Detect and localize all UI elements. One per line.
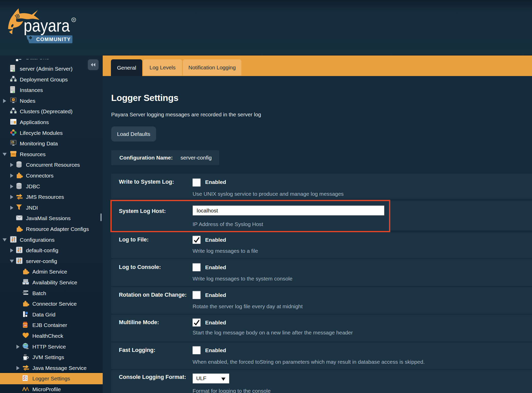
svg-text:JAR: JAR <box>23 324 27 326</box>
svg-text:COMMUNITY: COMMUNITY <box>36 36 71 42</box>
svg-text:R: R <box>73 18 75 21</box>
svg-text:payara: payara <box>24 16 70 35</box>
